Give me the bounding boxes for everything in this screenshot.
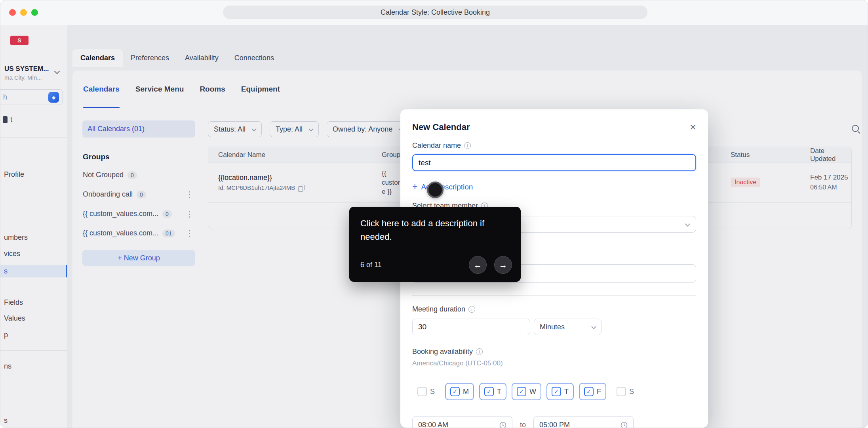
checkbox-icon: ✓ [517,387,526,396]
checkbox-icon: ✓ [552,387,561,396]
weekday-toggles: ✓ S ✓ M ✓ T ✓ W ✓ T [412,383,696,400]
tour-back-button[interactable]: ← [469,256,487,274]
close-window-button[interactable] [9,9,16,16]
duration-value-input[interactable]: 30 [412,319,530,335]
availability-time-range: 08:00 AM to 05:00 PM [412,416,696,428]
calendar-name-label: Calendar name i [412,141,696,150]
close-icon[interactable]: × [690,122,696,133]
app-window: Calendar Style: Collective Booking S US … [0,0,868,428]
meeting-duration-label: Meeting duration i [412,305,696,313]
clock-icon [620,421,628,428]
titlebar: Calendar Style: Collective Booking [0,0,868,25]
day-toggle-sunday[interactable]: ✓ S [412,383,440,400]
day-toggle-saturday[interactable]: ✓ S [611,383,639,400]
chevron-down-icon [591,324,596,329]
plus-icon: + [412,182,417,191]
cursor-indicator [427,182,444,198]
day-toggle-thursday[interactable]: ✓ T [546,383,574,400]
app-body: S US SYSTEM... ma City, Min... h ◆ t Pro… [0,25,868,428]
zoom-window-button[interactable] [31,9,38,16]
modal-title: New Calendar [412,122,470,132]
checkbox-icon: ✓ [484,387,494,396]
checkbox-icon: ✓ [584,387,594,396]
day-toggle-wednesday[interactable]: ✓ W [512,383,541,400]
info-icon[interactable]: i [464,142,471,149]
day-toggle-friday[interactable]: ✓ F [579,383,606,400]
divider [412,375,696,375]
add-description-link[interactable]: + Add description [412,182,696,191]
start-time-input[interactable]: 08:00 AM [412,416,512,428]
window-title: Calendar Style: Collective Booking [223,6,647,19]
chevron-down-icon [685,222,690,227]
tour-step-counter: 6 of 11 [360,261,382,269]
booking-availability-label: Booking availability i [412,348,696,356]
day-toggle-tuesday[interactable]: ✓ T [479,383,506,400]
timezone-text: America/Chicago (UTC-05:00) [412,359,696,367]
tour-tooltip-text: Click here to add a description if neede… [360,217,510,244]
checkbox-icon: ✓ [450,387,460,396]
checkbox-icon: ✓ [417,387,427,396]
tour-tooltip: Click here to add a description if neede… [349,207,521,282]
divider [412,295,696,296]
info-icon[interactable]: i [468,306,475,313]
time-range-separator: to [520,421,526,428]
calendar-name-input[interactable] [412,154,696,171]
clock-icon [499,421,507,428]
end-time-input[interactable]: 05:00 PM [533,416,634,428]
minimize-window-button[interactable] [20,9,27,16]
tour-next-button[interactable]: → [494,256,512,274]
checkbox-icon: ✓ [617,387,626,396]
info-icon[interactable]: i [476,348,483,355]
window-controls [9,9,38,16]
day-toggle-monday[interactable]: ✓ M [445,383,474,400]
duration-unit-select[interactable]: Minutes [534,319,602,335]
